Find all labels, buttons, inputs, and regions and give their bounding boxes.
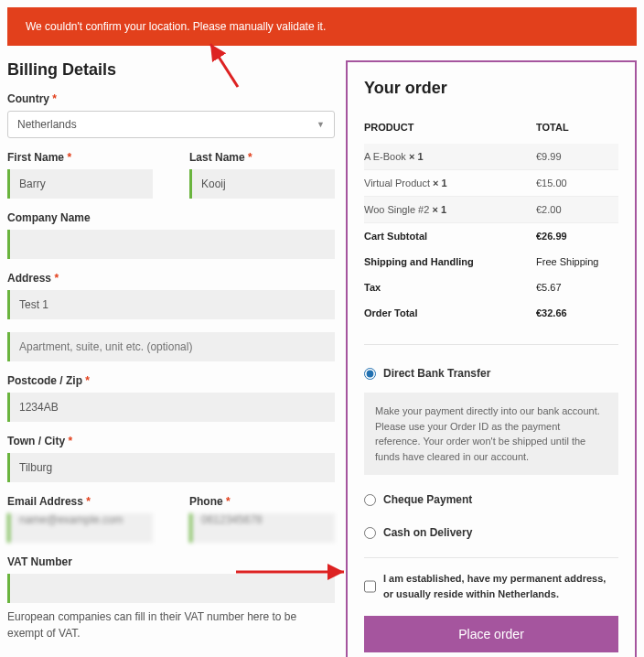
address-label: Address *	[7, 272, 335, 285]
location-confirm-text: I am established, have my permanent addr…	[383, 571, 618, 601]
vat-label: VAT Number	[7, 555, 335, 568]
order-table: PRODUCT TOTAL A E-Book × 1 €9.99 Virtual…	[364, 116, 618, 326]
payment-methods: Direct Bank Transfer Make your payment d…	[364, 344, 618, 652]
company-input[interactable]	[7, 230, 335, 259]
company-label: Company Name	[7, 211, 335, 224]
postcode-label: Postcode / Zip *	[7, 374, 335, 387]
table-row: Shipping and Handling Free Shipping	[364, 249, 618, 275]
table-row: A E-Book × 1 €9.99	[364, 144, 618, 170]
order-box: Your order PRODUCT TOTAL A E-Book × 1 €9…	[346, 60, 637, 657]
place-order-button[interactable]: Place order	[364, 616, 618, 652]
table-row: Virtual Product × 1 €15.00	[364, 170, 618, 197]
first-name-label: First Name *	[7, 151, 153, 164]
col-total: TOTAL	[536, 116, 618, 144]
table-row: Cart Subtotal €26.99	[364, 223, 618, 250]
first-name-input[interactable]	[7, 169, 153, 199]
phone-label: Phone *	[189, 495, 335, 508]
col-product: PRODUCT	[364, 116, 536, 144]
chevron-down-icon: ▼	[317, 120, 325, 129]
table-row: Tax €5.67	[364, 275, 618, 300]
country-label: Country *	[7, 92, 335, 105]
last-name-input[interactable]	[189, 169, 335, 199]
country-select[interactable]: Netherlands ▼	[7, 111, 335, 138]
order-heading: Your order	[364, 79, 618, 98]
address1-input[interactable]	[7, 290, 335, 319]
email-label: Email Address *	[7, 495, 153, 508]
billing-heading: Billing Details	[7, 60, 335, 80]
pay-bank-desc: Make your payment directly into our bank…	[364, 393, 618, 475]
last-name-label: Last Name *	[189, 151, 335, 164]
phone-input[interactable]: 0612345678	[189, 513, 335, 543]
vat-help-text: European companies can fill in their VAT…	[7, 609, 335, 641]
town-label: Town / City *	[7, 435, 335, 447]
error-banner: We couldn't confirm your location. Pleas…	[7, 7, 637, 46]
pay-radio-bank[interactable]	[364, 368, 376, 380]
postcode-input[interactable]	[7, 393, 335, 422]
town-input[interactable]	[7, 453, 335, 482]
vat-input[interactable]	[7, 574, 335, 603]
location-confirm-checkbox[interactable]	[364, 572, 376, 601]
country-value: Netherlands	[17, 118, 77, 131]
pay-opt-cod[interactable]: Cash on Delivery	[364, 519, 618, 546]
pay-radio-cod[interactable]	[364, 527, 376, 539]
pay-opt-cheque[interactable]: Cheque Payment	[364, 486, 618, 513]
pay-opt-bank[interactable]: Direct Bank Transfer	[364, 360, 618, 387]
email-input[interactable]: name@example.com	[7, 513, 153, 543]
table-row: Order Total €32.66	[364, 300, 618, 326]
pay-radio-cheque[interactable]	[364, 494, 376, 506]
billing-column: Billing Details Country * Netherlands ▼ …	[7, 60, 335, 657]
address2-input[interactable]	[7, 332, 335, 361]
table-row: Woo Single #2 × 1 €2.00	[364, 197, 618, 223]
